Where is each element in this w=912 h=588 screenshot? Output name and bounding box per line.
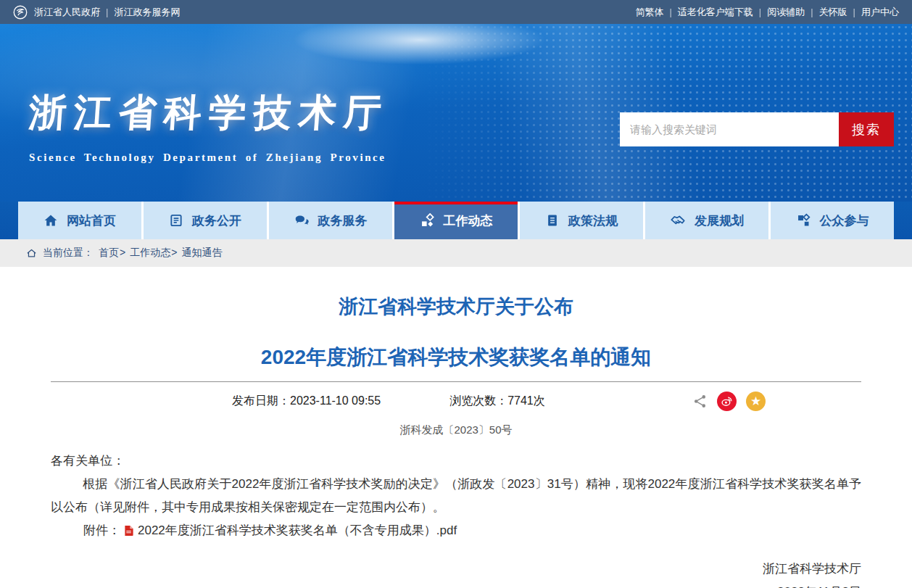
article-title-line2: 2022年度浙江省科学技术奖获奖名单的通知 <box>51 344 861 371</box>
document-number: 浙科发成〔2023〕50号 <box>51 423 861 437</box>
attachment-link[interactable]: 2022年度浙江省科学技术奖获奖名单（不含专用成果）.pdf <box>138 519 457 542</box>
crumb-separator: > <box>171 247 177 258</box>
tab-home[interactable]: 网站首页 <box>18 202 141 239</box>
tab-label: 工作动态 <box>444 212 493 229</box>
site-search: 搜索 <box>620 112 894 146</box>
site-title: 浙江省科学技术厅 <box>28 88 391 138</box>
crumb-1[interactable]: 工作动态 <box>130 247 170 258</box>
share-buttons: ★ <box>692 392 766 411</box>
article-meta: 发布日期：2023-11-10 09:55 浏览次数：7741次 ★ <box>51 385 861 417</box>
topbar-link-right-3[interactable]: 关怀版 <box>819 6 847 19</box>
link-separator: | <box>759 7 761 17</box>
topbar-link-right-1[interactable]: 适老化客户端下载 <box>678 6 753 19</box>
newspaper-icon <box>169 213 183 228</box>
signature-block: 浙江省科学技术厅 2023年11月8日 <box>51 558 861 588</box>
page-title: 浙江省科学技术厅关于公布 2022年度浙江省科学技术奖获奖名单的通知 <box>51 294 861 371</box>
link-separator: | <box>106 7 108 17</box>
breadcrumb: 当前位置： 首页>工作动态>通知通告 <box>0 239 912 267</box>
top-utility-bar: 浙江省人民政府|浙江政务服务网 简繁体|适老化客户端下载|阅读辅助|关怀版|用户… <box>0 0 912 24</box>
tab-gov-info[interactable]: 政务公开 <box>141 202 267 239</box>
topbar-link-right-0[interactable]: 简繁体 <box>635 6 663 19</box>
publish-date: 发布日期：2023-11-10 09:55 <box>232 394 381 409</box>
tab-work-news[interactable]: 工作动态 <box>392 202 518 239</box>
article-page: 浙江省科学技术厅关于公布 2022年度浙江省科学技术奖获奖名单的通知 发布日期：… <box>51 294 861 588</box>
search-input[interactable] <box>620 112 839 146</box>
share-icon[interactable] <box>692 394 708 409</box>
tab-gov-service[interactable]: 政务服务 <box>267 202 392 239</box>
topbar-right-links: 简繁体|适老化客户端下载|阅读辅助|关怀版|用户中心 <box>635 6 899 19</box>
weibo-icon[interactable] <box>717 392 737 411</box>
topbar-link-1[interactable]: 浙江政务服务网 <box>114 6 180 19</box>
article-title-line1: 浙江省科学技术厅关于公布 <box>51 294 861 320</box>
crumb-2[interactable]: 通知通告 <box>181 247 222 258</box>
tab-policy[interactable]: 政策法规 <box>518 202 643 239</box>
topbar-link-right-4[interactable]: 用户中心 <box>861 6 899 19</box>
home-icon <box>43 213 58 228</box>
qzone-icon[interactable]: ★ <box>746 392 766 411</box>
handshake-icon <box>670 212 686 228</box>
article-body: 各有关单位： 根据《浙江省人民政府关于2022年度浙江省科学技术奖励的决定》（浙… <box>51 450 861 542</box>
tab-dev-plan[interactable]: 发展规划 <box>643 202 768 239</box>
attachment-row: 附件： 2022年度浙江省科学技术奖获奖名单（不含专用成果）.pdf <box>83 519 861 542</box>
site-banner: 浙江省科学技术厅 Science Technology Department o… <box>0 24 912 202</box>
gov-logo-icon <box>13 5 28 20</box>
topbar-link-right-2[interactable]: 阅读辅助 <box>767 6 805 19</box>
tab-label: 政策法规 <box>568 212 618 229</box>
crumb-0[interactable]: 首页 <box>99 247 119 258</box>
tab-label: 政务服务 <box>318 212 368 229</box>
tab-label: 政务公开 <box>192 212 241 229</box>
crumb-separator: > <box>120 247 125 258</box>
article-paragraph: 根据《浙江省人民政府关于2022年度浙江省科学技术奖励的决定》（浙政发〔2023… <box>51 473 861 519</box>
salutation: 各有关单位： <box>51 450 861 473</box>
site-subtitle: Science Technology Department of Zhejian… <box>29 152 389 164</box>
tab-label: 公众参与 <box>820 212 869 229</box>
signature-date: 2023年11月8日 <box>51 581 861 588</box>
link-separator: | <box>853 7 855 17</box>
view-count: 浏览次数：7741次 <box>449 394 545 409</box>
title-divider <box>51 381 861 382</box>
pdf-icon <box>124 525 134 537</box>
home-outline-icon <box>26 248 37 259</box>
participate-icon <box>796 213 811 228</box>
search-button[interactable]: 搜索 <box>839 112 894 146</box>
blocks-icon <box>420 213 435 228</box>
site-brand: 浙江省科学技术厅 Science Technology Department o… <box>29 88 389 164</box>
breadcrumb-prefix: 当前位置： <box>43 247 94 260</box>
link-separator: | <box>669 7 671 17</box>
tab-participation[interactable]: 公众参与 <box>768 202 894 239</box>
document-icon <box>545 213 560 228</box>
topbar-link-0[interactable]: 浙江省人民政府 <box>34 6 100 19</box>
link-separator: | <box>811 7 813 17</box>
tab-label: 发展规划 <box>695 212 744 229</box>
topbar-left-links: 浙江省人民政府|浙江政务服务网 <box>34 6 180 19</box>
tab-label: 网站首页 <box>67 212 116 229</box>
breadcrumb-trail: 首页>工作动态>通知通告 <box>99 247 222 260</box>
main-nav: 网站首页政务公开政务服务工作动态政策法规发展规划公众参与 <box>0 202 912 239</box>
signature-org: 浙江省科学技术厅 <box>51 558 861 581</box>
attachment-label: 附件： <box>83 519 120 542</box>
chat-icon <box>294 213 310 228</box>
